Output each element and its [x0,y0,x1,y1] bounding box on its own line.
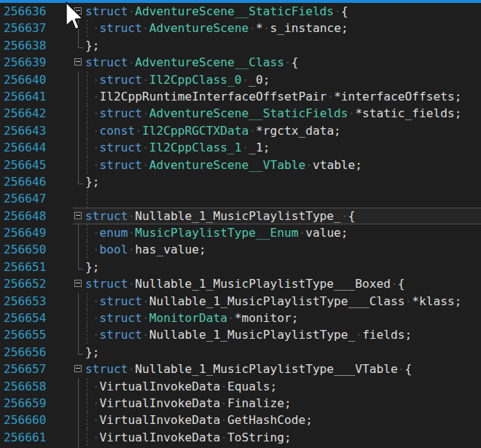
code-text[interactable]: struct·Nullable_1_MusicPlaylistType___VT… [85,361,481,377]
line-number[interactable]: 256637 [0,20,69,36]
code-token: *interfaceOffsets; [334,90,461,103]
code-token: Il2CppClass_1 [149,141,242,154]
line-number[interactable]: 256660 [0,412,69,428]
line-number[interactable]: 256643 [0,122,69,139]
code-text[interactable]: }; [85,259,481,275]
line-number[interactable]: 256656 [0,344,69,361]
line-number[interactable]: 256658 [0,378,69,395]
code-text[interactable]: ·struct·Nullable_1_MusicPlaylistType_·fi… [85,326,481,343]
line-number[interactable]: 256644 [0,139,69,156]
code-text[interactable]: ·VirtualInvokeData·Finalize; [85,395,481,412]
code-text[interactable]: ·struct·AdventureScene__StaticFields·*st… [85,105,481,122]
code-line: 256638 }; [0,37,481,54]
whitespace-dot: · [85,106,100,120]
code-text[interactable] [85,190,481,207]
line-number[interactable]: 256652 [0,275,69,292]
fold-scope-line [69,412,85,428]
line-number[interactable]: 256649 [0,224,69,241]
code-line: 256656 }; [0,344,481,361]
fold-toggle-icon[interactable] [69,208,85,224]
line-number[interactable]: 256657 [0,361,69,377]
line-number[interactable]: 256653 [0,293,69,310]
code-text[interactable]: ·VirtualInvokeData·Equals; [85,378,481,395]
fold-toggle-icon[interactable] [69,3,85,20]
whitespace-dot: · [85,21,100,35]
code-text[interactable]: ·struct·Il2CppClass_1·_1; [85,139,481,156]
code-line: 256639 struct·AdventureScene__Class·{ [0,54,481,71]
code-token: _0; [249,73,270,87]
whitespace-dot: · [249,21,256,35]
whitespace-dot: · [391,277,398,291]
line-number[interactable]: 256651 [0,259,69,275]
fold-toggle-icon[interactable] [69,275,85,292]
fold-toggle-icon[interactable] [69,361,85,377]
code-token: s_instance; [270,21,348,35]
code-text[interactable]: ·bool·has_value; [85,241,481,258]
fold-scope-line [69,429,85,446]
fold-toggle-icon[interactable] [69,54,85,71]
whitespace-dot: · [220,431,227,444]
line-number[interactable]: 256646 [0,173,69,190]
code-text[interactable]: struct·Nullable_1_MusicPlaylistType___Bo… [85,275,481,292]
code-text[interactable]: ·VirtualInvokeData·GetHashCode; [85,412,481,428]
line-number[interactable]: 256648 [0,208,69,224]
code-token: MonitorData [149,311,227,325]
line-number[interactable]: 256639 [0,54,69,71]
code-token: AdventureScene__Class [135,55,284,69]
code-text[interactable]: ·struct·AdventureScene__VTable·vtable; [85,157,481,173]
code-token: struct [100,21,142,35]
line-number[interactable]: 256640 [0,71,69,88]
fold-scope-end-icon [69,259,85,275]
whitespace-dot: · [85,311,100,325]
line-number[interactable]: 256650 [0,241,69,258]
code-text[interactable]: ·enum·MusicPlaylistType__Enum·value; [85,224,481,241]
window-top-accent-bar [0,0,481,3]
code-text[interactable]: }; [85,344,481,361]
code-text[interactable]: ·struct·AdventureScene·*·s_instance; [85,20,481,36]
code-text[interactable]: ·struct·Nullable_1_MusicPlaylistType___C… [85,293,481,310]
editor-viewport[interactable]: 256636 struct·AdventureScene__StaticFiel… [0,3,481,448]
line-number[interactable]: 256655 [0,326,69,343]
line-number[interactable]: 256659 [0,395,69,412]
whitespace-dot: · [405,294,412,308]
fold-scope-line [69,241,85,258]
whitespace-dot: · [298,226,305,240]
line-number[interactable]: 256645 [0,157,69,173]
code-text[interactable]: }; [85,173,481,190]
code-token: Il2CppRuntimeInterfaceOffsetPair [100,90,327,103]
code-token: struct [100,294,142,308]
line-number[interactable]: 256636 [0,3,69,20]
whitespace-dot: · [348,106,356,120]
line-number[interactable]: 256654 [0,310,69,326]
line-number[interactable]: 256641 [0,88,69,105]
fold-scope-line [69,395,85,412]
code-text[interactable]: struct·Nullable_1_MusicPlaylistType_·{ [85,208,481,224]
code-text[interactable]: struct·AdventureScene__StaticFields·{ [85,3,481,20]
fold-scope-end-icon [69,37,85,54]
code-token: GetHashCode; [227,413,313,427]
code-line: 256658 ·VirtualInvokeData·Equals; [0,378,481,395]
code-text[interactable]: ·struct·MonitorData·*monitor; [85,310,481,326]
line-number[interactable]: 256638 [0,37,69,54]
whitespace-dot: · [142,106,149,120]
whitespace-dot: · [355,328,362,342]
code-text[interactable]: ·const·Il2CppRGCTXData·*rgctx_data; [85,122,481,139]
whitespace-dot: · [128,55,135,69]
code-token: struct [85,277,128,291]
code-token: struct [100,106,142,120]
code-token: Il2CppClass_0 [149,73,242,87]
fold-scope-line [69,310,85,326]
code-text[interactable]: ·struct·Il2CppClass_0·_0; [85,71,481,88]
code-text[interactable]: struct·AdventureScene__Class·{ [85,54,481,71]
whitespace-dot: · [128,243,135,256]
code-text[interactable]: ·VirtualInvokeData·ToString; [85,429,481,446]
code-token: VirtualInvokeData [100,396,221,410]
code-text[interactable]: }; [85,37,481,54]
line-number[interactable]: 256642 [0,105,69,122]
line-number[interactable]: 256647 [0,190,69,207]
line-number[interactable]: 256661 [0,429,69,446]
code-token: MusicPlaylistType__Enum [135,226,298,240]
code-token: *monitor; [235,311,299,325]
code-text[interactable]: ·Il2CppRuntimeInterfaceOffsetPair·*inter… [85,88,481,105]
code-token: { [405,362,412,376]
